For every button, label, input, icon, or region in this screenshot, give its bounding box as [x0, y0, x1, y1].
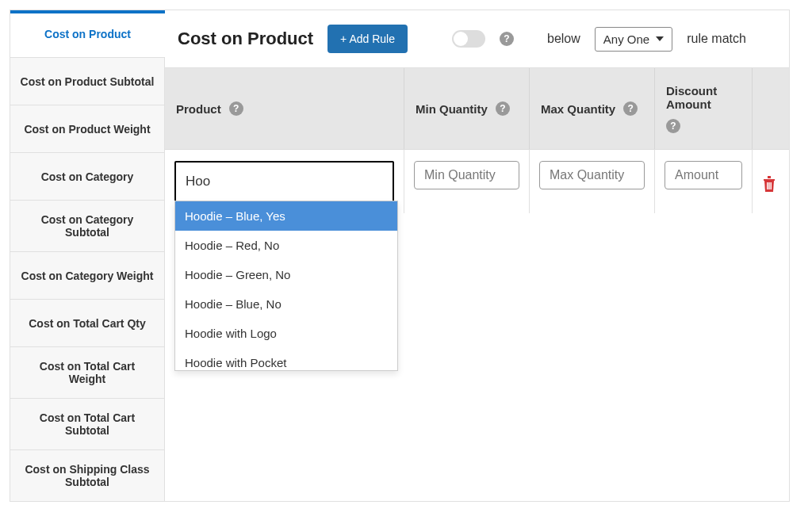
column-product-label: Product [176, 102, 221, 116]
product-search-input[interactable]: Hoo [174, 161, 394, 202]
add-rule-button[interactable]: + Add Rule [327, 25, 408, 53]
column-min-label: Min Quantity [416, 102, 488, 116]
amount-input[interactable] [665, 161, 742, 189]
help-icon[interactable]: ? [666, 119, 680, 133]
min-quantity-input[interactable] [414, 161, 519, 189]
svg-rect-4 [771, 182, 772, 189]
dropdown-item[interactable]: Hoodie with Logo [175, 319, 397, 348]
help-icon[interactable]: ? [496, 101, 510, 116]
main-content: Cost on Product + Add Rule ? below Any O… [165, 10, 789, 501]
svg-rect-3 [768, 182, 770, 189]
help-icon[interactable]: ? [500, 32, 514, 46]
sidebar-item-cost-on-category-subtotal[interactable]: Cost on Category Subtotal [10, 201, 165, 252]
sidebar-item-cost-on-category[interactable]: Cost on Category [10, 153, 165, 201]
admin-panel: Cost on Product Cost on Product Subtotal… [10, 10, 790, 502]
max-quantity-input[interactable] [539, 161, 645, 189]
svg-rect-1 [768, 176, 771, 178]
sidebar-item-cost-on-total-cart-subtotal[interactable]: Cost on Total Cart Subtotal [10, 399, 165, 450]
svg-rect-2 [767, 182, 768, 189]
sidebar: Cost on Product Cost on Product Subtotal… [10, 10, 165, 501]
rule-match-value: Any One [603, 33, 649, 46]
sidebar-item-cost-on-total-cart-qty[interactable]: Cost on Total Cart Qty [10, 300, 165, 347]
rule-toggle[interactable] [452, 30, 485, 48]
chevron-down-icon [656, 36, 664, 41]
table-header: Product ? Min Quantity ? Max Quantity ? … [165, 68, 789, 150]
sidebar-item-cost-on-category-weight[interactable]: Cost on Category Weight [10, 252, 165, 300]
svg-rect-0 [764, 179, 775, 181]
below-label: below [547, 32, 580, 46]
dropdown-item[interactable]: Hoodie – Red, No [175, 231, 397, 260]
column-discount-label: Discount Amount [666, 84, 741, 111]
rule-match-select[interactable]: Any One [595, 27, 672, 52]
sidebar-item-cost-on-total-cart-weight[interactable]: Cost on Total Cart Weight [10, 347, 165, 399]
table-row: Hoo Hoodie – Blue, Yes Hoodie – Red, No … [165, 150, 789, 213]
dropdown-item[interactable]: Hoodie – Green, No [175, 260, 397, 289]
product-dropdown: Hoodie – Blue, Yes Hoodie – Red, No Hood… [174, 201, 398, 371]
header-row: Cost on Product + Add Rule ? below Any O… [165, 10, 789, 68]
rule-match-label: rule match [687, 32, 746, 46]
trash-icon [762, 176, 776, 192]
sidebar-item-cost-on-product-subtotal[interactable]: Cost on Product Subtotal [10, 58, 165, 105]
column-max-label: Max Quantity [541, 102, 615, 116]
page-title: Cost on Product [178, 29, 313, 49]
dropdown-item[interactable]: Hoodie – Blue, No [175, 289, 397, 319]
sidebar-item-cost-on-product[interactable]: Cost on Product [10, 10, 165, 58]
dropdown-item[interactable]: Hoodie – Blue, Yes [175, 201, 397, 231]
help-icon[interactable]: ? [229, 101, 243, 116]
delete-row-button[interactable] [753, 150, 786, 213]
sidebar-item-cost-on-shipping-class-subtotal[interactable]: Cost on Shipping Class Subtotal [10, 450, 165, 501]
help-icon[interactable]: ? [623, 101, 638, 116]
sidebar-item-cost-on-product-weight[interactable]: Cost on Product Weight [10, 105, 165, 153]
dropdown-item[interactable]: Hoodie with Pocket [175, 348, 397, 371]
